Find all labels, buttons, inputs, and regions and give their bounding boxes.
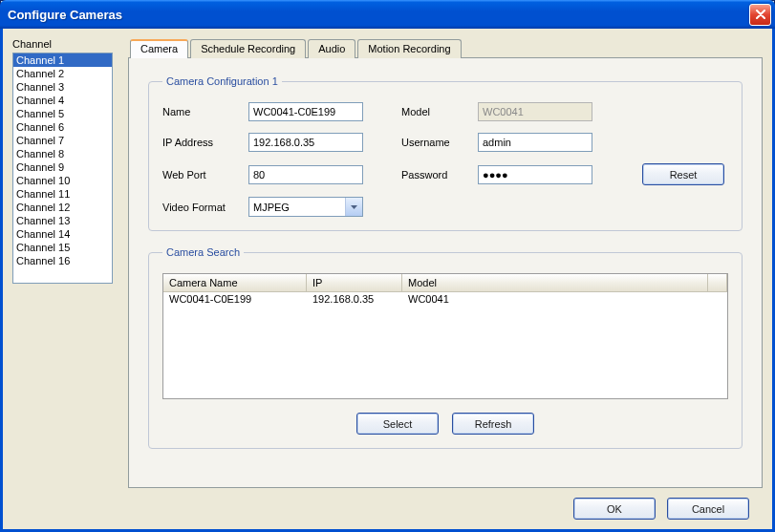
name-input[interactable] [248, 102, 363, 121]
col-ip[interactable]: IP [307, 274, 402, 291]
client-area: Channel Channel 1Channel 2Channel 3Chann… [0, 29, 775, 532]
close-button[interactable] [749, 4, 771, 26]
channel-list-item[interactable]: Channel 7 [13, 134, 112, 147]
channel-panel: Channel Channel 1Channel 2Channel 3Chann… [12, 38, 113, 488]
tab-audio[interactable]: Audio [308, 39, 355, 58]
tab-schedule-recording[interactable]: Schedule Recording [190, 39, 306, 58]
tab-camera[interactable]: Camera [130, 39, 188, 58]
channel-list-item[interactable]: Channel 9 [13, 160, 112, 174]
ok-button[interactable]: OK [573, 498, 656, 520]
channel-label: Channel [12, 38, 113, 50]
videoformat-dropdown-button[interactable] [345, 198, 362, 216]
webport-input[interactable] [248, 165, 363, 184]
tab-panel: CameraSchedule RecordingAudioMotion Reco… [128, 38, 763, 488]
label-webport: Web Port [162, 169, 248, 181]
label-model: Model [401, 106, 478, 117]
col-camera-name[interactable]: Camera Name [163, 274, 307, 291]
window-title: Configure Cameras [8, 8, 749, 22]
tabpage-camera: Camera Configuration 1 Name Model IP Add… [128, 57, 763, 488]
channel-list-item[interactable]: Channel 1 [13, 53, 112, 67]
channel-list-item[interactable]: Channel 8 [13, 147, 112, 160]
listview-header: Camera Name IP Model [163, 274, 727, 292]
channel-list-item[interactable]: Channel 14 [13, 227, 112, 241]
videoformat-value: MJPEG [249, 202, 345, 213]
label-ip: IP Address [162, 137, 248, 148]
ip-input[interactable] [248, 133, 363, 152]
channel-list-item[interactable]: Channel 16 [13, 254, 112, 267]
camera-search-listview[interactable]: Camera Name IP Model WC0041-C0E199192.16… [162, 273, 728, 399]
listview-row[interactable]: WC0041-C0E199192.168.0.35WC0041 [163, 292, 727, 306]
channel-listbox[interactable]: Channel 1Channel 2Channel 3Channel 4Chan… [12, 53, 113, 284]
listview-cell: WC0041 [402, 292, 708, 306]
label-username: Username [401, 137, 478, 148]
model-input [478, 102, 592, 121]
select-button[interactable]: Select [356, 413, 439, 435]
channel-list-item[interactable]: Channel 3 [13, 80, 112, 94]
reset-button[interactable]: Reset [642, 163, 724, 185]
videoformat-combobox[interactable]: MJPEG [248, 197, 363, 217]
channel-list-item[interactable]: Channel 15 [13, 241, 112, 254]
camera-search-legend: Camera Search [162, 246, 244, 258]
label-videoformat: Video Format [162, 202, 248, 213]
channel-list-item[interactable]: Channel 11 [13, 187, 112, 201]
camera-config-legend: Camera Configuration 1 [162, 75, 282, 87]
label-password: Password [401, 169, 478, 181]
camera-search-group: Camera Search Camera Name IP Model WC004… [148, 246, 743, 449]
camera-config-group: Camera Configuration 1 Name Model IP Add… [148, 75, 743, 231]
close-icon [756, 10, 765, 19]
window: Configure Cameras Channel Channel 1Chann… [0, 0, 775, 532]
chevron-down-icon [351, 205, 357, 209]
dialog-footer: OK Cancel [12, 488, 763, 520]
channel-list-item[interactable]: Channel 12 [13, 201, 112, 214]
tabstrip: CameraSchedule RecordingAudioMotion Reco… [128, 39, 763, 58]
channel-list-item[interactable]: Channel 6 [13, 120, 112, 134]
password-input[interactable] [478, 165, 592, 184]
username-input[interactable] [478, 133, 592, 152]
label-name: Name [162, 106, 248, 117]
listview-cell: 192.168.0.35 [307, 292, 402, 306]
channel-list-item[interactable]: Channel 13 [13, 214, 112, 227]
cancel-button[interactable]: Cancel [667, 498, 749, 520]
channel-list-item[interactable]: Channel 10 [13, 174, 112, 187]
col-model[interactable]: Model [402, 274, 708, 291]
tab-motion-recording[interactable]: Motion Recording [357, 39, 461, 58]
refresh-button[interactable]: Refresh [452, 413, 534, 435]
channel-list-item[interactable]: Channel 4 [13, 94, 112, 107]
channel-list-item[interactable]: Channel 2 [13, 67, 112, 80]
titlebar: Configure Cameras [0, 0, 775, 29]
listview-cell: WC0041-C0E199 [163, 292, 307, 306]
channel-list-item[interactable]: Channel 5 [13, 107, 112, 120]
